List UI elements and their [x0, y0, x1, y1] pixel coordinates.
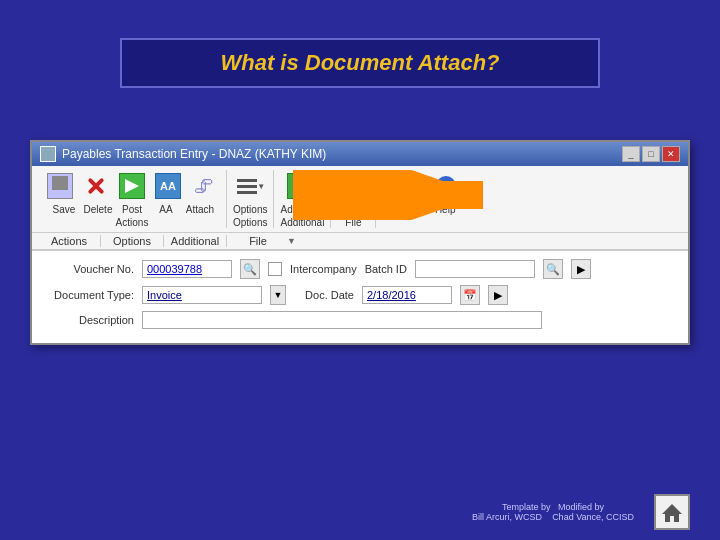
voucher-search-button[interactable]: 🔍 [240, 259, 260, 279]
svg-marker-15 [662, 504, 682, 522]
description-label: Description [44, 314, 134, 326]
ribbon-labels-bar: Actions Options Additional File ▼ [32, 233, 688, 250]
actions-icons: AA 🖇 [44, 170, 220, 202]
ribbon-options-label: Options [107, 235, 157, 247]
arrow-indicator [293, 170, 513, 224]
batch-search-button[interactable]: 🔍 [543, 259, 563, 279]
delete-label: Delete [83, 204, 113, 215]
options-chevron: ▼ [257, 182, 265, 191]
attach-icon: 🖇 [191, 173, 217, 199]
doctype-input[interactable] [142, 286, 262, 304]
intercompany-label: Intercompany [290, 263, 357, 275]
voucher-label: Voucher No. [44, 263, 134, 275]
ribbon-additional-label: Additional [170, 235, 220, 247]
post-button[interactable] [116, 170, 148, 202]
actions-group: AA 🖇 Save Delete Post AA Attach Actions [38, 170, 227, 228]
description-input[interactable] [142, 311, 542, 329]
batch-id-label: Batch ID [365, 263, 407, 275]
post-icon [119, 173, 145, 199]
form-area: Voucher No. 🔍 Intercompany Batch ID 🔍 ▶ … [32, 250, 688, 343]
voucher-row: Voucher No. 🔍 Intercompany Batch ID 🔍 ▶ [44, 259, 676, 279]
save-button[interactable] [44, 170, 76, 202]
doc-date-input[interactable] [362, 286, 452, 304]
doc-date-label: Doc. Date [294, 289, 354, 301]
options-labels: Options [233, 204, 267, 215]
save-label: Save [49, 204, 79, 215]
template-credit: Template by Modified by [472, 502, 634, 512]
svg-rect-3 [237, 179, 257, 182]
options-group-label: Options [233, 217, 267, 228]
doctype-label: Document Type: [44, 289, 134, 301]
home-button[interactable] [654, 494, 690, 530]
footer-credits: Template by Modified by Bill Arcuri, WCS… [472, 502, 634, 522]
maximize-button[interactable]: □ [642, 146, 660, 162]
aa-label: AA [151, 204, 181, 215]
actions-labels: Save Delete Post AA Attach [49, 204, 215, 215]
date-nav-button[interactable]: ▶ [488, 285, 508, 305]
doctype-row: Document Type: ▼ Doc. Date 📅 ▶ [44, 285, 676, 305]
delete-icon [83, 173, 109, 199]
calendar-button[interactable]: 📅 [460, 285, 480, 305]
ribbon-actions-label: Actions [44, 235, 94, 247]
options-button[interactable]: ▼ [234, 170, 266, 202]
description-row: Description [44, 311, 676, 329]
footer: Template by Modified by Bill Arcuri, WCS… [472, 494, 690, 530]
file-expand: ▼ [287, 236, 296, 246]
title-section: What is Document Attach? [120, 38, 600, 88]
page-title: What is Document Attach? [142, 50, 578, 76]
svg-rect-4 [237, 185, 257, 188]
ribbon-file-label: File [233, 235, 283, 247]
save-icon [47, 173, 73, 199]
post-label: Post [117, 204, 147, 215]
actions-group-label: Actions [116, 217, 149, 228]
intercompany-checkbox[interactable] [268, 262, 282, 276]
minimize-button[interactable]: _ [622, 146, 640, 162]
title-left: Payables Transaction Entry - DNAZ (KATHY… [40, 146, 326, 162]
attach-button[interactable]: 🖇 [188, 170, 220, 202]
ribbon-actions: Actions [38, 235, 101, 247]
voucher-input[interactable] [142, 260, 232, 278]
ribbon-file: File ▼ [227, 235, 302, 247]
attach-label: Attach [185, 204, 215, 215]
options-group: ▼ Options Options [227, 170, 274, 228]
svg-rect-5 [237, 191, 257, 194]
delete-button[interactable] [80, 170, 112, 202]
options-icons: ▼ [234, 170, 266, 202]
dialog-icon [40, 146, 56, 162]
aa-icon: AA [155, 173, 181, 199]
svg-marker-2 [125, 179, 139, 193]
org-credits: Bill Arcuri, WCSD Chad Vance, CCISD [472, 512, 634, 522]
batch-id-input[interactable] [415, 260, 535, 278]
doctype-dropdown-button[interactable]: ▼ [270, 285, 286, 305]
window-controls: _ □ ✕ [622, 146, 680, 162]
close-button[interactable]: ✕ [662, 146, 680, 162]
ribbon-additional: Additional [164, 235, 227, 247]
aa-button[interactable]: AA [152, 170, 184, 202]
dialog-title: Payables Transaction Entry - DNAZ (KATHY… [62, 147, 326, 161]
dialog-titlebar: Payables Transaction Entry - DNAZ (KATHY… [32, 142, 688, 166]
batch-nav-button[interactable]: ▶ [571, 259, 591, 279]
ribbon-options: Options [101, 235, 164, 247]
options-label: Options [233, 204, 267, 215]
